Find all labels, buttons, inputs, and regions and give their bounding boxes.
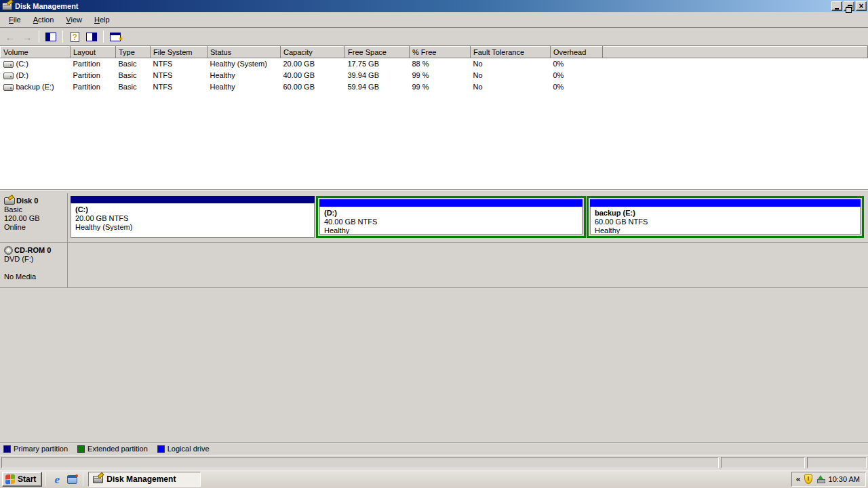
cdrom-0-header[interactable]: CD-ROM 0 DVD (F:) No Media xyxy=(0,243,68,287)
column-header-file-system[interactable]: File System xyxy=(151,47,208,58)
partition-status: Healthy (System) xyxy=(75,223,314,232)
disk-management-icon xyxy=(93,476,103,483)
column-header-volume[interactable]: Volume xyxy=(1,47,71,58)
table-header-row: Volume Layout Type File System Status Ca… xyxy=(1,47,868,58)
safely-remove-hardware-icon[interactable] xyxy=(816,474,825,484)
quick-launch-window-button[interactable] xyxy=(64,472,79,487)
drive-icon xyxy=(3,73,14,79)
column-header-free-space[interactable]: Free Space xyxy=(345,47,410,58)
partition-label: backup (E:) xyxy=(595,209,860,218)
partition-label: (D:) xyxy=(324,209,582,218)
clock: 10:30 AM xyxy=(829,475,860,483)
partition-e[interactable]: backup (E:) 60.00 GB NTFS Healthy xyxy=(590,199,861,235)
title-bar: Disk Management × xyxy=(0,0,868,12)
column-header-fault-tolerance[interactable]: Fault Tolerance xyxy=(471,47,551,58)
volume-list-pane: Volume Layout Type File System Status Ca… xyxy=(0,46,868,190)
partition-status: Healthy xyxy=(595,226,860,235)
task-button-disk-management[interactable]: Disk Management xyxy=(88,472,201,487)
logical-drive-swatch xyxy=(157,445,165,453)
toolbar: ← → xyxy=(0,28,868,46)
logical-drive-stripe xyxy=(590,199,861,207)
table-row-volume-e[interactable]: backup (E:) Partition Basic NTFS Healthy… xyxy=(1,81,868,93)
console-properties-icon xyxy=(110,33,121,41)
table-row-volume-d[interactable]: (D:) Partition Basic NTFS Healthy 40.00 … xyxy=(1,70,868,81)
column-header-filler xyxy=(603,47,868,58)
taskbar: Start e Disk Management « 10:30 AM xyxy=(0,470,868,488)
windows-logo-icon xyxy=(5,474,15,485)
close-button[interactable]: × xyxy=(856,1,867,11)
cdrom-status: No Media xyxy=(4,272,64,281)
taskbar-separator xyxy=(45,472,46,486)
disk-management-window: Disk Management × File Action View Help … xyxy=(0,0,868,488)
restore-icon xyxy=(848,5,852,9)
minimize-button[interactable] xyxy=(831,1,842,11)
console-properties-button[interactable] xyxy=(108,29,123,44)
graphical-view-pane: Disk 0 Basic 120.00 GB Online (C:) 20.00… xyxy=(0,193,868,442)
start-button[interactable]: Start xyxy=(2,472,42,487)
column-header-overhead[interactable]: Overhead xyxy=(551,47,603,58)
disk-size: 120.00 GB xyxy=(4,214,64,223)
cd-rom-icon xyxy=(4,246,13,255)
status-panel-3 xyxy=(807,457,867,468)
cdrom-empty-area xyxy=(68,243,868,287)
close-icon: × xyxy=(859,3,863,9)
show-console-tree-icon xyxy=(45,33,56,41)
partition-label: (C:) xyxy=(75,205,314,214)
logical-drive-stripe xyxy=(319,199,583,207)
status-bar xyxy=(0,455,868,470)
toolbar-separator xyxy=(103,30,104,43)
extended-partition-border-d: (D:) 40.00 GB NTFS Healthy xyxy=(316,196,586,238)
partition-d[interactable]: (D:) 40.00 GB NTFS Healthy xyxy=(319,199,583,235)
restore-button[interactable] xyxy=(844,1,854,11)
cdrom-type: DVD (F:) xyxy=(4,255,64,264)
back-icon: ← xyxy=(5,32,16,42)
volume-table: Volume Layout Type File System Status Ca… xyxy=(0,46,868,93)
minimize-icon xyxy=(835,8,839,9)
legend-logical-drive: Logical drive xyxy=(157,445,210,453)
disk-0-row: Disk 0 Basic 120.00 GB Online (C:) 20.00… xyxy=(0,193,868,243)
column-header-layout[interactable]: Layout xyxy=(71,47,116,58)
disk-0-header[interactable]: Disk 0 Basic 120.00 GB Online xyxy=(0,193,68,242)
column-header-status[interactable]: Status xyxy=(208,47,281,58)
menu-help[interactable]: Help xyxy=(88,14,116,26)
partition-size: 60.00 GB NTFS xyxy=(595,218,860,226)
drive-icon xyxy=(3,84,14,91)
help-icon xyxy=(71,32,79,42)
partition-status: Healthy xyxy=(324,226,582,235)
cdrom-name: CD-ROM 0 xyxy=(14,246,51,255)
status-panel-2 xyxy=(721,457,805,468)
show-action-pane-button[interactable] xyxy=(84,29,99,44)
tray-chevron-button[interactable]: « xyxy=(796,474,801,484)
column-header-type[interactable]: Type xyxy=(116,47,151,58)
legend-primary-partition: Primary partition xyxy=(3,445,68,453)
forward-button[interactable]: → xyxy=(20,29,35,44)
security-shield-icon[interactable] xyxy=(804,474,812,484)
cdrom-0-row: CD-ROM 0 DVD (F:) No Media xyxy=(0,243,868,288)
quick-launch-ie-button[interactable]: e xyxy=(50,472,64,487)
back-button[interactable]: ← xyxy=(3,29,18,44)
internet-explorer-icon: e xyxy=(55,474,60,485)
quick-launch-window-icon xyxy=(67,475,77,484)
extended-partition-border-e: backup (E:) 60.00 GB NTFS Healthy xyxy=(587,196,864,238)
menu-file[interactable]: File xyxy=(3,14,27,26)
menu-view[interactable]: View xyxy=(60,14,88,26)
toolbar-separator xyxy=(39,30,39,43)
taskbar-separator xyxy=(83,472,83,486)
window-title: Disk Management xyxy=(15,2,830,10)
disk-management-icon xyxy=(2,3,12,10)
legend-bar: Primary partition Extended partition Log… xyxy=(0,442,868,455)
status-panel-main xyxy=(1,457,719,468)
system-tray: « 10:30 AM xyxy=(791,472,866,487)
hard-disk-icon xyxy=(4,197,15,205)
disk-status: Online xyxy=(4,223,64,232)
help-button[interactable] xyxy=(67,29,82,44)
partition-area: (C:) 20.00 GB NTFS Healthy (System) (D:)… xyxy=(68,193,868,242)
menu-action[interactable]: Action xyxy=(27,14,60,26)
column-header-pct-free[interactable]: % Free xyxy=(410,47,471,58)
column-header-capacity[interactable]: Capacity xyxy=(281,47,345,58)
show-console-tree-button[interactable] xyxy=(43,29,58,44)
legend-extended-partition: Extended partition xyxy=(77,445,148,453)
partition-size: 20.00 GB NTFS xyxy=(75,214,314,223)
table-row-volume-c[interactable]: (C:) Partition Basic NTFS Healthy (Syste… xyxy=(1,58,868,70)
partition-c[interactable]: (C:) 20.00 GB NTFS Healthy (System) xyxy=(71,196,315,238)
